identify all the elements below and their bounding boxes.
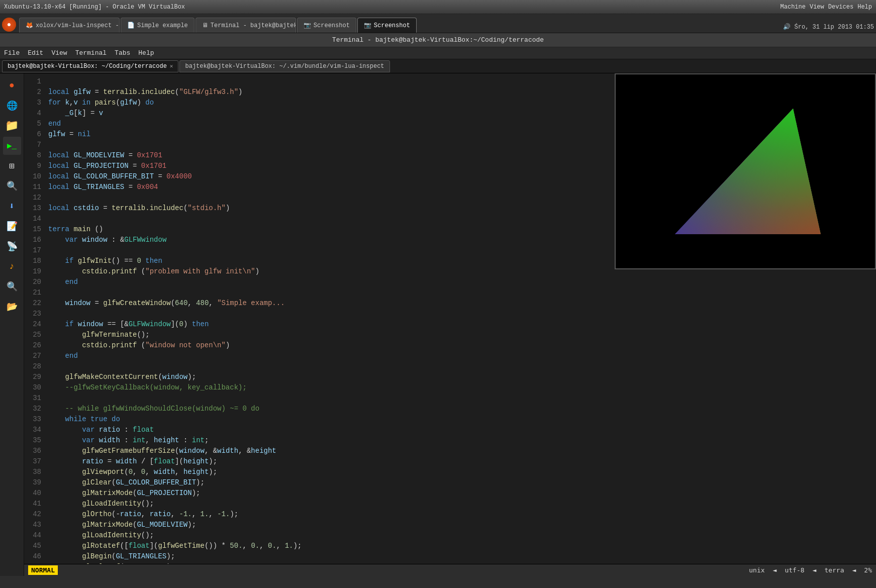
volume-icon[interactable]: 🔊	[783, 23, 791, 31]
terminal-header: Terminal - bajtek@bajtek-VirtualBox:~/Co…	[0, 33, 876, 47]
tab-simple-example[interactable]: 📄 Simple example	[121, 18, 194, 33]
menu-file[interactable]: File	[4, 49, 20, 57]
main-content: ● 🌐 📁 ▶_ ⊞ 🔍 ⬇ 📝 📡 ♪ 🔍 📂 12345 678910 11…	[0, 73, 876, 576]
status-bar: NORMAL unix ◄ utf-8 ◄ terra ◄ 2%	[24, 564, 876, 576]
tab-terminal-bajtek[interactable]: 🖥 Terminal - bajtek@bajtek-...	[196, 18, 296, 33]
sidebar-icon-files[interactable]: 📁	[3, 117, 21, 135]
menu-terminal[interactable]: Terminal	[75, 49, 107, 57]
terminal-tab-1-close[interactable]: ✕	[170, 63, 173, 69]
os-menu-help[interactable]: Help	[857, 4, 872, 11]
menu-tabs[interactable]: Tabs	[115, 49, 130, 57]
vim-mode-badge: NORMAL	[28, 565, 58, 575]
os-menu-machine[interactable]: Machine	[781, 4, 806, 11]
terminal-tab-1-label: bajtek@bajtek-VirtualBox: ~/Coding/terra…	[8, 63, 167, 70]
triangle-svg	[625, 78, 866, 264]
charset-text: utf-8	[785, 565, 804, 575]
tab-vim-inspect[interactable]: 🦊 xolox/vim-lua-inspect - Git...	[19, 18, 120, 33]
filetype-text: terra	[824, 565, 844, 575]
percentage-text: 2%	[864, 565, 872, 575]
browser-tabbar: ● 🦊 xolox/vim-lua-inspect - Git... 📄 Sim…	[0, 14, 876, 33]
terminal-tabs: bajtek@bajtek-VirtualBox: ~/Coding/terra…	[0, 59, 876, 73]
terminal-tab-2[interactable]: bajtek@bajtek-VirtualBox: ~/.vim/bundle/…	[179, 60, 390, 72]
tab-icon-1: 🦊	[26, 22, 33, 29]
sidebar-icon-globe[interactable]: 🌐	[3, 96, 21, 115]
sidebar-icon-music[interactable]: ♪	[3, 257, 21, 275]
sidebar-icon-folder[interactable]: 📂	[3, 298, 21, 316]
tab-icon-5: 📷	[364, 22, 371, 29]
sidebar-icon-notes[interactable]: 📝	[3, 217, 21, 235]
sidebar-icon-search[interactable]: 🔍	[3, 177, 21, 195]
screenshot-canvas	[616, 74, 875, 268]
tab-icon-4: 📷	[304, 22, 311, 29]
sidebar: ● 🌐 📁 ▶_ ⊞ 🔍 ⬇ 📝 📡 ♪ 🔍 📂	[0, 73, 24, 576]
screenshot-overlay	[615, 73, 876, 269]
menu-help[interactable]: Help	[138, 49, 154, 57]
terminal-tab-1[interactable]: bajtek@bajtek-VirtualBox: ~/Coding/terra…	[2, 60, 178, 72]
terminal-tab-2-label: bajtek@bajtek-VirtualBox: ~/.vim/bundle/…	[185, 63, 384, 70]
tab-screenshot-1[interactable]: 📷 Screenshot	[297, 18, 356, 33]
os-menu-view[interactable]: View	[810, 4, 824, 11]
os-menu-devices[interactable]: Devices	[828, 4, 853, 11]
system-tray: 🔊 Śro, 31 lip 2013 01:35	[783, 23, 874, 33]
line-numbers: 12345 678910 1112131415 1617181920 21222…	[24, 73, 44, 576]
menu-edit[interactable]: Edit	[28, 49, 43, 57]
os-title-text: Xubuntu-13.10-x64 [Running] - Oracle VM …	[4, 4, 185, 11]
terminal-title: Terminal - bajtek@bajtek-VirtualBox:~/Co…	[332, 36, 544, 44]
tab-screenshot-2[interactable]: 📷 Screenshot	[357, 18, 417, 33]
terminal-menu: File Edit View Terminal Tabs Help	[0, 47, 876, 59]
sidebar-icon-download[interactable]: ⬇	[3, 197, 21, 215]
os-titlebar: Xubuntu-13.10-x64 [Running] - Oracle VM …	[0, 0, 876, 14]
charset-sep: ◄	[773, 565, 777, 575]
tab-icon-3: 🖥	[202, 22, 208, 29]
filetype-sep: ◄	[813, 565, 817, 575]
encoding-text: unix	[749, 565, 764, 575]
ubuntu-logo[interactable]: ●	[2, 18, 16, 32]
tab-icon-2: 📄	[127, 22, 135, 29]
status-right: unix ◄ utf-8 ◄ terra ◄ 2%	[749, 565, 872, 575]
sidebar-icon-app[interactable]: ⊞	[3, 157, 21, 175]
sidebar-icon-wifi[interactable]: 📡	[3, 237, 21, 255]
percentage-sep: ◄	[852, 565, 856, 575]
sidebar-icon-home[interactable]: ●	[3, 76, 21, 94]
code-area[interactable]: 12345 678910 1112131415 1617181920 21222…	[24, 73, 876, 576]
sidebar-icon-zoom[interactable]: 🔍	[3, 277, 21, 296]
sidebar-icon-terminal[interactable]: ▶_	[3, 137, 21, 155]
menu-view[interactable]: View	[51, 49, 67, 57]
datetime-text: Śro, 31 lip 2013 01:35	[795, 24, 874, 31]
